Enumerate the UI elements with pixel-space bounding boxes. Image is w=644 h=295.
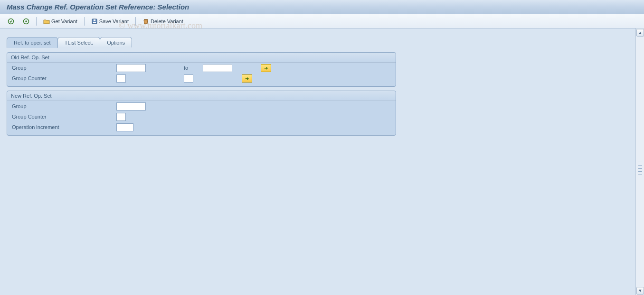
save-variant-button[interactable]: Save Variant <box>88 17 132 26</box>
chevron-up-icon: ▲ <box>638 30 643 35</box>
trash-icon <box>142 18 149 25</box>
new-group-counter-input[interactable] <box>116 113 126 121</box>
page-title: Mass Change Ref. Operation Set Reference… <box>7 3 189 11</box>
save-variant-label: Save Variant <box>99 18 129 24</box>
to-label: to <box>126 75 184 81</box>
tab-label: Ref. to oper. set <box>14 40 51 46</box>
tab-strip: Ref. to oper. set TList Select. Options <box>7 36 635 47</box>
execute-icon <box>8 18 14 25</box>
chevron-down-icon: ▼ <box>638 288 643 293</box>
title-bar: Mass Change Ref. Operation Set Reference… <box>0 0 644 14</box>
execute-print-icon <box>23 18 29 25</box>
tab-tlist-select[interactable]: TList Select. <box>57 37 101 47</box>
groupbox-title: Old Ref. Op. Set <box>7 53 396 63</box>
svg-rect-4 <box>93 22 96 23</box>
field-label: Group Counter <box>12 75 116 81</box>
row-new-group-counter: Group Counter <box>7 111 396 122</box>
operation-increment-input[interactable] <box>116 123 133 131</box>
old-group-to-input[interactable] <box>203 64 232 72</box>
tab-body: Old Ref. Op. Set Group to ➜ Group Counte… <box>7 47 396 157</box>
multiple-selection-button[interactable]: ➜ <box>242 74 252 83</box>
save-icon <box>91 18 98 25</box>
field-label: Group Counter <box>12 114 116 120</box>
delete-variant-button[interactable]: Delete Variant <box>140 17 186 26</box>
toolbar-separator <box>36 17 37 26</box>
execute-print-button[interactable] <box>20 17 32 26</box>
delete-variant-label: Delete Variant <box>151 18 183 24</box>
svg-point-2 <box>25 20 27 22</box>
new-group-input[interactable] <box>116 102 146 111</box>
field-label: Operation increment <box>12 124 116 130</box>
old-group-counter-from-input[interactable] <box>116 74 126 83</box>
get-variant-label: Get Variant <box>51 18 77 24</box>
old-group-counter-to-input[interactable] <box>184 74 193 83</box>
row-new-group: Group <box>7 101 396 111</box>
application-toolbar: Get Variant Save Variant Delete Variant <box>0 14 644 28</box>
get-variant-button[interactable]: Get Variant <box>40 17 80 26</box>
multiple-selection-button[interactable]: ➜ <box>261 64 271 72</box>
svg-rect-6 <box>144 19 148 20</box>
row-operation-increment: Operation increment <box>7 122 396 132</box>
row-old-group: Group to ➜ <box>7 63 396 73</box>
to-label: to <box>146 65 203 71</box>
scroll-up-button[interactable]: ▲ <box>636 29 644 37</box>
tab-label: Options <box>107 40 125 46</box>
groupbox-new-ref-op-set: New Ref. Op. Set Group Group Counter Ope… <box>7 91 396 136</box>
content-area: Ref. to oper. set TList Select. Options … <box>0 28 635 295</box>
old-group-from-input[interactable] <box>116 64 146 72</box>
tab-options[interactable]: Options <box>100 37 132 47</box>
tab-ref-to-oper-set[interactable]: Ref. to oper. set <box>7 37 58 48</box>
arrow-right-icon: ➜ <box>264 65 268 71</box>
execute-button[interactable] <box>5 17 17 26</box>
arrow-right-icon: ➜ <box>245 76 249 81</box>
vertical-scrollbar[interactable]: ▲ ▼ <box>635 28 644 295</box>
row-old-group-counter: Group Counter to ➜ <box>7 73 396 83</box>
svg-rect-5 <box>94 19 95 21</box>
groupbox-old-ref-op-set: Old Ref. Op. Set Group to ➜ Group Counte… <box>7 52 396 87</box>
toolbar-separator <box>84 17 85 26</box>
scroll-down-button[interactable]: ▼ <box>636 287 644 295</box>
folder-open-icon <box>43 18 50 25</box>
scrollbar-grip <box>638 162 642 175</box>
toolbar-separator <box>135 17 136 26</box>
field-label: Group <box>12 103 116 109</box>
tab-label: TList Select. <box>65 40 94 46</box>
field-label: Group <box>12 65 116 71</box>
groupbox-title: New Ref. Op. Set <box>7 91 396 101</box>
